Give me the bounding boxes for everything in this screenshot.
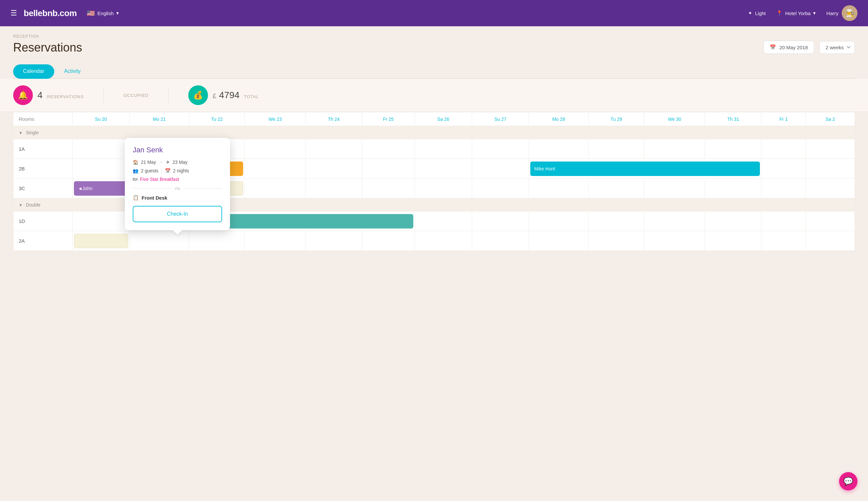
cell-3c-sa2[interactable] xyxy=(806,179,855,198)
cell-1d-fr1[interactable] xyxy=(761,211,806,231)
date-picker[interactable]: 📅 20 May 2018 xyxy=(764,41,814,54)
cell-1d-we30[interactable] xyxy=(644,211,705,231)
cell-2b-fr1[interactable] xyxy=(761,159,806,179)
cell-3c-su27[interactable] xyxy=(472,179,529,198)
stats-divider-2 xyxy=(168,87,169,104)
cell-1d-su20[interactable] xyxy=(73,211,130,231)
cell-1d-sa2[interactable] xyxy=(806,211,855,231)
cell-1a-sa26[interactable] xyxy=(415,139,472,159)
day-fr25: Fr 25 xyxy=(362,112,415,126)
popup-guests-count: 2 guests xyxy=(141,168,158,173)
popup-dates-row: 🏠 21 May → ✈ 23 May xyxy=(133,160,222,165)
lang-dropdown-icon: ▾ xyxy=(116,10,119,16)
day-we30: We 30 xyxy=(644,112,705,126)
day-mo21: Mo 21 xyxy=(129,112,189,126)
checkin-button[interactable]: Check-In xyxy=(133,206,222,222)
cell-3c-we23[interactable] xyxy=(245,179,305,198)
cell-2a-we30[interactable] xyxy=(644,231,705,251)
total-amount: 4794 xyxy=(219,90,240,100)
cell-2a-th24[interactable] xyxy=(305,231,362,251)
breadcrumb: RECEPTION xyxy=(13,34,855,39)
cell-1d-mo28[interactable] xyxy=(529,211,588,231)
day-fr1: Fr 1 xyxy=(761,112,806,126)
cell-1d-sa26[interactable] xyxy=(415,211,472,231)
cell-2b-mike-hunt[interactable]: Mike Hunt xyxy=(529,159,761,179)
day-mo28: Mo 28 xyxy=(529,112,588,126)
calendar-icon: 📅 xyxy=(770,44,776,50)
cell-3c-fr1[interactable] xyxy=(761,179,806,198)
cell-3c-tu29[interactable] xyxy=(588,179,644,198)
popup-meal-plan: Five Star Breakfast xyxy=(140,177,179,182)
tab-activity[interactable]: Activity xyxy=(54,64,91,78)
cell-2a-sa26[interactable] xyxy=(415,231,472,251)
cell-2b-fr25[interactable] xyxy=(362,159,415,179)
cell-2a-sa2[interactable] xyxy=(806,231,855,251)
cell-2a-su27[interactable] xyxy=(472,231,529,251)
cell-1a-fr1[interactable] xyxy=(761,139,806,159)
light-mode-toggle[interactable]: ✦ Light xyxy=(748,10,766,16)
chat-icon: 💬 xyxy=(843,477,853,486)
room-row-2a: 2A xyxy=(13,231,855,251)
cell-2a-mo28[interactable] xyxy=(529,231,588,251)
cell-2b-we23[interactable] xyxy=(245,159,305,179)
cell-1a-mo28[interactable] xyxy=(529,139,588,159)
cell-3c-we30[interactable] xyxy=(644,179,705,198)
total-icon: 💰 xyxy=(188,85,208,105)
cell-1a-th24[interactable] xyxy=(305,139,362,159)
cell-1a-fr25[interactable] xyxy=(362,139,415,159)
cell-1a-sa2[interactable] xyxy=(806,139,855,159)
cell-1d-su27[interactable] xyxy=(472,211,529,231)
cell-1d-th31[interactable] xyxy=(705,211,761,231)
cell-2a-we23[interactable] xyxy=(245,231,305,251)
logo: bellebnb.com xyxy=(24,8,77,18)
cell-1a-su20[interactable] xyxy=(73,139,130,159)
cell-1a-we23[interactable] xyxy=(245,139,305,159)
hotel-selector[interactable]: 📍 Hotel Yorba ▾ xyxy=(776,10,816,16)
avatar: 👨‍🍳 xyxy=(842,5,857,21)
cell-2b-su20[interactable] xyxy=(73,159,130,179)
cell-1a-tu29[interactable] xyxy=(588,139,644,159)
flight-icon: ✈ xyxy=(166,160,170,165)
cell-2b-th24[interactable] xyxy=(305,159,362,179)
cell-2a-fr25[interactable] xyxy=(362,231,415,251)
cell-3c-mo28[interactable] xyxy=(529,179,588,198)
cell-3c-sa26[interactable] xyxy=(415,179,472,198)
cell-1a-we30[interactable] xyxy=(644,139,705,159)
cell-2a-tu29[interactable] xyxy=(588,231,644,251)
popup-source-label: Front Desk xyxy=(142,195,167,201)
cell-2a-tu22[interactable] xyxy=(189,231,244,251)
cell-1a-su27[interactable] xyxy=(472,139,529,159)
cell-2a-th31[interactable] xyxy=(705,231,761,251)
location-icon: 📍 xyxy=(776,10,783,16)
cell-2b-sa26[interactable] xyxy=(415,159,472,179)
day-su27: Su 27 xyxy=(472,112,529,126)
language-selector[interactable]: 🇺🇸 English ▾ xyxy=(87,9,119,17)
week-selector[interactable]: 1 week 2 weeks 3 weeks 4 weeks xyxy=(819,41,855,54)
day-sa2: Sa 2 xyxy=(806,112,855,126)
page-title: Reservations xyxy=(13,41,82,54)
cell-3c-fr25[interactable] xyxy=(362,179,415,198)
cell-1a-th31[interactable] xyxy=(705,139,761,159)
menu-icon[interactable]: ☰ xyxy=(11,10,17,17)
cell-1d-tu29[interactable] xyxy=(588,211,644,231)
chat-fab[interactable]: 💬 xyxy=(839,472,857,490)
cell-2b-sa2[interactable] xyxy=(806,159,855,179)
cell-3c-th24[interactable] xyxy=(305,179,362,198)
cell-3c-th31[interactable] xyxy=(705,179,761,198)
reservation-mike-hunt[interactable]: Mike Hunt xyxy=(530,161,760,176)
cell-2a-su20[interactable] xyxy=(73,231,130,251)
tab-calendar[interactable]: Calendar xyxy=(13,64,54,79)
cell-2a-fr1[interactable] xyxy=(761,231,806,251)
stat-reservations: 🔔 4 RESERVATIONS xyxy=(13,85,84,105)
rooms-column-header: Rooms xyxy=(13,112,73,126)
checkin-icon: 🏠 xyxy=(133,160,138,165)
reservations-icon: 🔔 xyxy=(13,85,33,105)
total-label: TOTAL xyxy=(244,94,259,99)
language-label: English xyxy=(97,11,114,16)
cell-2b-su27[interactable] xyxy=(472,159,529,179)
reservation-2a-continuation[interactable] xyxy=(74,234,128,248)
popup-guests-row: 👥 2 guests | 📅 2 nights xyxy=(133,168,222,173)
user-menu[interactable]: Harry 👨‍🍳 xyxy=(826,5,857,21)
stat-total: 💰 £ 4794 TOTAL xyxy=(188,85,259,105)
room-label-2a: 2A xyxy=(13,231,73,251)
